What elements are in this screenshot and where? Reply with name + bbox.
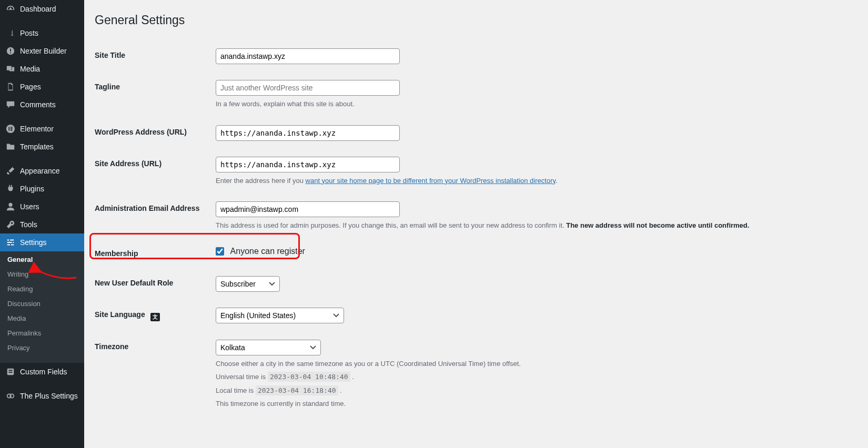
- label-default-role: New User Default Role: [95, 268, 210, 300]
- user-icon: [5, 201, 16, 212]
- svg-rect-10: [8, 370, 12, 371]
- sidebar-item-nexter-builder[interactable]: Nexter Builder: [0, 42, 84, 60]
- row-tagline: Tagline In a few words, explain what thi…: [95, 72, 857, 117]
- sidebar-item-label: Dashboard: [20, 5, 56, 13]
- sidebar-item-comments[interactable]: Comments: [0, 96, 84, 114]
- svg-rect-4: [8, 127, 9, 130]
- label-timezone: Timezone: [95, 332, 210, 417]
- svg-point-8: [8, 203, 12, 207]
- row-membership: Membership Anyone can register: [95, 239, 857, 268]
- pin-icon: [5, 28, 16, 38]
- plug-icon: [5, 184, 16, 194]
- select-timezone[interactable]: Kolkata: [216, 340, 321, 355]
- submenu-item-permalinks[interactable]: Permalinks: [0, 329, 84, 344]
- sidebar-item-settings[interactable]: Settings: [0, 233, 84, 251]
- input-admin-email[interactable]: [216, 201, 400, 217]
- label-admin-email: Administration Email Address: [95, 194, 210, 239]
- label-membership: Membership: [95, 239, 210, 268]
- box-icon: [5, 366, 16, 377]
- plus-icon: [5, 391, 16, 401]
- sidebar-item-appearance[interactable]: Appearance: [0, 162, 84, 180]
- label-tagline: Tagline: [95, 72, 210, 117]
- sidebar-item-label: Appearance: [20, 167, 60, 175]
- comment-icon: [5, 99, 16, 110]
- bang-icon: [5, 46, 16, 56]
- sidebar-item-tools[interactable]: Tools: [0, 216, 84, 233]
- select-default-role[interactable]: Subscriber: [216, 276, 280, 292]
- page-icon: [5, 82, 16, 92]
- sidebar-item-custom-fields[interactable]: Custom Fields: [0, 363, 84, 381]
- label-site-language: Site Language 文: [95, 300, 210, 332]
- sliders-icon: [5, 237, 16, 248]
- row-site-address: Site Address (URL) Enter the address her…: [95, 149, 857, 194]
- media-icon: [5, 64, 16, 74]
- desc-timezone: Choose either a city in the same timezon…: [216, 359, 852, 369]
- svg-rect-6: [11, 128, 13, 129]
- sidebar-item-posts[interactable]: Posts: [0, 24, 84, 42]
- desc-timezone-dst: This timezone is currently in standard t…: [216, 399, 852, 409]
- submenu-item-writing[interactable]: Writing: [0, 270, 84, 285]
- elementor-icon: [5, 124, 16, 134]
- input-tagline[interactable]: [216, 80, 400, 96]
- input-wp-address[interactable]: [216, 125, 400, 141]
- sidebar-item-label: Users: [20, 202, 39, 211]
- desc-universal-time: Universal time is 2023-03-04 10:48:40 .: [216, 372, 852, 382]
- translate-icon: 文: [150, 313, 160, 321]
- checkbox-anyone-can-register[interactable]: [216, 247, 224, 256]
- label-site-title: Site Title: [95, 40, 210, 72]
- admin-sidebar: DashboardPostsNexter BuilderMediaPagesCo…: [0, 0, 84, 448]
- svg-rect-1: [10, 49, 11, 52]
- brush-icon: [5, 166, 16, 176]
- sidebar-item-label: Custom Fields: [20, 368, 67, 376]
- page-title: General Settings: [95, 13, 857, 27]
- row-default-role: New User Default Role Subscriber: [95, 268, 857, 300]
- submenu-item-privacy[interactable]: Privacy: [0, 344, 84, 359]
- sidebar-item-label: Nexter Builder: [20, 47, 67, 55]
- sidebar-item-label: Plugins: [20, 185, 44, 193]
- row-timezone: Timezone Kolkata Choose either a city in…: [95, 332, 857, 417]
- sidebar-item-label: Media: [20, 65, 40, 73]
- sidebar-item-pages[interactable]: Pages: [0, 78, 84, 96]
- desc-admin-email: This address is used for admin purposes.…: [216, 220, 852, 231]
- submenu-item-discussion[interactable]: Discussion: [0, 300, 84, 314]
- svg-rect-2: [10, 53, 11, 54]
- sidebar-item-label: Templates: [20, 142, 54, 151]
- sidebar-item-label: Elementor: [20, 125, 54, 133]
- sidebar-item-users[interactable]: Users: [0, 198, 84, 216]
- input-site-address[interactable]: [216, 157, 400, 172]
- dashboard-icon: [5, 4, 16, 14]
- desc-tagline: In a few words, explain what this site i…: [216, 99, 852, 109]
- sidebar-item-label: Tools: [20, 220, 37, 229]
- select-site-language[interactable]: English (United States): [216, 308, 344, 323]
- sidebar-item-media[interactable]: Media: [0, 60, 84, 78]
- settings-general-page: General Settings Site Title Tagline In a…: [84, 0, 868, 448]
- sidebar-item-label: The Plus Settings: [20, 392, 78, 400]
- sidebar-item-templates[interactable]: Templates: [0, 138, 84, 156]
- input-site-title[interactable]: [216, 48, 400, 64]
- submenu-item-reading[interactable]: Reading: [0, 285, 84, 300]
- svg-rect-5: [11, 127, 13, 128]
- sidebar-item-label: Settings: [20, 238, 47, 247]
- sidebar-item-label: Comments: [20, 100, 56, 109]
- desc-site-address: Enter the address here if you want your …: [216, 176, 852, 186]
- label-site-address: Site Address (URL): [95, 149, 210, 194]
- sidebar-item-plugins[interactable]: Plugins: [0, 180, 84, 198]
- row-wp-address: WordPress Address (URL): [95, 117, 857, 149]
- wrench-icon: [5, 219, 16, 230]
- submenu-item-media[interactable]: Media: [0, 314, 84, 329]
- sidebar-item-elementor[interactable]: Elementor: [0, 120, 84, 138]
- svg-rect-11: [8, 372, 12, 373]
- row-site-language: Site Language 文 English (United States): [95, 300, 857, 332]
- link-site-address-help[interactable]: want your site home page to be different…: [306, 177, 556, 185]
- submenu-item-general[interactable]: General: [0, 256, 84, 270]
- row-site-title: Site Title: [95, 40, 857, 72]
- row-admin-email: Administration Email Address This addres…: [95, 194, 857, 239]
- checkbox-anyone-can-register-wrap[interactable]: Anyone can register: [216, 247, 305, 256]
- sidebar-item-the-plus-settings[interactable]: The Plus Settings: [0, 387, 84, 405]
- sidebar-item-dashboard[interactable]: Dashboard: [0, 0, 84, 18]
- label-wp-address: WordPress Address (URL): [95, 117, 210, 149]
- sidebar-item-label: Pages: [20, 83, 41, 91]
- desc-local-time: Local time is 2023-03-04 16:18:40 .: [216, 385, 852, 396]
- svg-rect-7: [11, 130, 13, 131]
- sidebar-item-label: Posts: [20, 29, 38, 37]
